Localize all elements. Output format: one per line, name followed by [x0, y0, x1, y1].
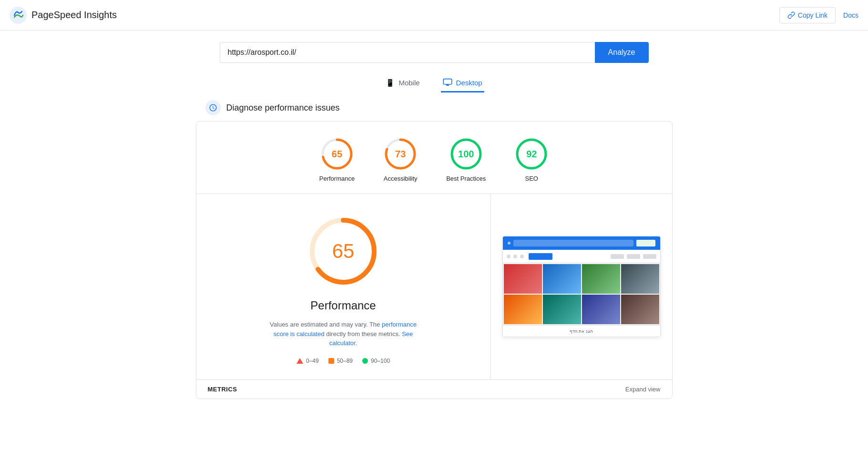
- score-circle-performance: 65: [320, 137, 354, 171]
- nav-link-1: [611, 254, 624, 259]
- score-legend: 0–49 50–89 90–100: [296, 358, 390, 364]
- score-circle-best-practices: 100: [449, 137, 483, 171]
- detail-right: הצג את הדף: [491, 194, 672, 379]
- header: PageSpeed Insights Copy Link Docs: [0, 0, 868, 31]
- nav-circle-3: [520, 255, 524, 258]
- big-gauge-number: 65: [332, 240, 355, 263]
- screenshot-grid: [503, 263, 660, 325]
- app-title: PageSpeed Insights: [31, 10, 117, 20]
- detail-left: 65 Performance Values are estimated and …: [196, 194, 491, 379]
- logo-mock: [636, 240, 655, 246]
- metrics-label: METRICS: [208, 386, 237, 393]
- gauge-icon: [209, 103, 217, 112]
- screenshot-nav: [503, 250, 660, 263]
- nav-link-2: [627, 254, 640, 259]
- legend-red-label: 0–49: [306, 358, 319, 364]
- big-gauge: 65: [305, 213, 381, 289]
- score-circle-seo: 92: [514, 137, 549, 171]
- green-circle-icon: [362, 358, 368, 364]
- performance-description: Values are estimated and may vary. The p…: [267, 320, 419, 348]
- header-left: PageSpeed Insights: [10, 7, 117, 24]
- tab-mobile-label: Mobile: [398, 79, 419, 87]
- score-item-seo[interactable]: 92 SEO: [514, 137, 549, 182]
- active-nav-tab: [529, 253, 552, 260]
- analyze-button[interactable]: Analyze: [595, 42, 649, 63]
- expand-view[interactable]: Expand view: [625, 386, 661, 393]
- pagespeed-logo: [10, 7, 27, 24]
- score-circle-accessibility: 73: [383, 137, 418, 171]
- svg-rect-1: [443, 79, 452, 84]
- diagnose-section: Diagnose performance issues: [196, 100, 673, 115]
- tab-desktop[interactable]: Desktop: [441, 74, 484, 92]
- score-item-performance[interactable]: 65 Performance: [319, 137, 355, 182]
- diagnose-title: Diagnose performance issues: [226, 103, 340, 113]
- tab-mobile[interactable]: 📱 Mobile: [384, 74, 421, 92]
- nav-circle-1: [507, 255, 511, 258]
- scores-row: 65 Performance 73 Accessibility: [196, 122, 672, 194]
- copy-link-button[interactable]: Copy Link: [779, 7, 836, 23]
- grid-cell-7: [582, 295, 620, 324]
- performance-title: Performance: [310, 299, 376, 312]
- description-static: Values are estimated and may vary. The: [270, 321, 380, 328]
- tabs-section: 📱 Mobile Desktop: [0, 74, 868, 92]
- orange-square-icon: [328, 358, 334, 364]
- mobile-icon: 📱: [386, 79, 395, 87]
- nav-dot: [508, 242, 511, 245]
- grid-cell-1: [504, 264, 542, 294]
- legend-red: 0–49: [296, 358, 319, 364]
- legend-orange-label: 50–89: [337, 358, 353, 364]
- legend-green-label: 90–100: [371, 358, 390, 364]
- score-value-performance: 65: [332, 149, 342, 160]
- score-label-performance: Performance: [319, 175, 355, 182]
- url-form: Analyze: [220, 42, 649, 63]
- description-mid: directly from these metrics.: [326, 330, 402, 338]
- screenshot-header-bar: [503, 236, 660, 250]
- grid-cell-5: [504, 295, 542, 324]
- score-label-seo: SEO: [525, 175, 538, 182]
- tab-desktop-label: Desktop: [456, 79, 482, 87]
- diagnose-icon-wrapper: [205, 100, 221, 115]
- nav-link-3: [643, 254, 656, 259]
- legend-green: 90–100: [362, 358, 390, 364]
- score-value-seo: 92: [526, 149, 537, 160]
- score-item-accessibility[interactable]: 73 Accessibility: [383, 137, 418, 182]
- bottom-bar: METRICS Expand view: [196, 379, 672, 399]
- url-input[interactable]: [220, 42, 595, 63]
- copy-link-label: Copy Link: [798, 11, 827, 19]
- link-icon: [787, 11, 795, 19]
- score-label-accessibility: Accessibility: [384, 175, 418, 182]
- grid-cell-6: [543, 295, 581, 324]
- grid-cell-2: [543, 264, 581, 294]
- grid-cell-3: [582, 264, 620, 294]
- desktop-icon: [443, 78, 452, 87]
- red-triangle-icon: [296, 358, 303, 364]
- score-item-best-practices[interactable]: 100 Best Practices: [446, 137, 486, 182]
- docs-link[interactable]: Docs: [843, 11, 858, 19]
- detail-section: 65 Performance Values are estimated and …: [196, 194, 672, 379]
- grid-cell-8: [621, 295, 659, 324]
- url-section: Analyze: [0, 31, 868, 71]
- score-label-best-practices: Best Practices: [446, 175, 486, 182]
- nav-circle-2: [513, 255, 517, 258]
- legend-orange: 50–89: [328, 358, 353, 364]
- score-value-accessibility: 73: [395, 149, 406, 160]
- score-value-best-practices: 100: [458, 149, 474, 160]
- screenshot-footer-text: הצג את הדף: [570, 329, 593, 334]
- grid-cell-4: [621, 264, 659, 294]
- header-right: Copy Link Docs: [779, 7, 858, 23]
- screenshot-mockup: הצג את הדף: [502, 236, 661, 337]
- screenshot-footer: הצג את הדף: [503, 325, 660, 337]
- url-bar-mock: [513, 240, 633, 246]
- main-card: 65 Performance 73 Accessibility: [196, 121, 673, 399]
